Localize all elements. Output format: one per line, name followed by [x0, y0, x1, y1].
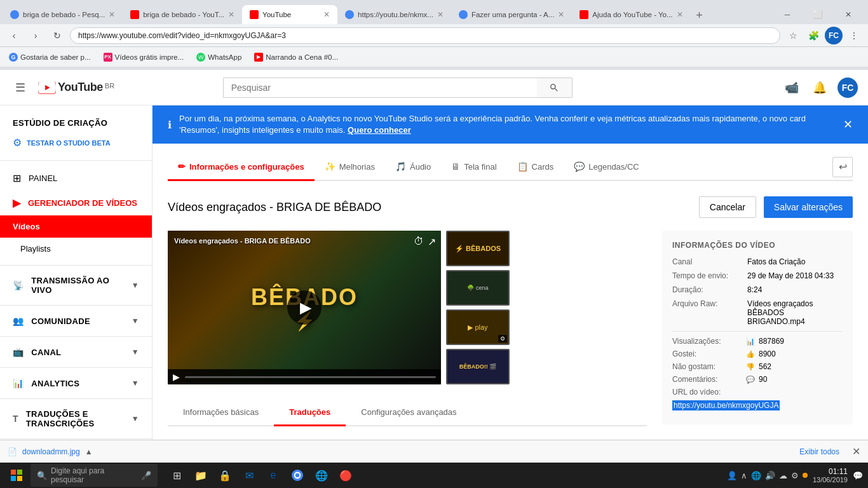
sidebar-item-painel[interactable]: ⊞ PAINEL	[0, 166, 152, 191]
start-button[interactable]	[5, 464, 28, 487]
download-file-item[interactable]: 📄 downloadmm.jpg ▲	[8, 447, 93, 456]
taskbar-email[interactable]: ✉	[238, 464, 261, 487]
thumbnail-2[interactable]: 🌳 cena	[446, 270, 510, 306]
sidebar-item-playlists[interactable]: Playlists	[0, 238, 152, 260]
video-timer-icon[interactable]: ⏱	[414, 236, 424, 248]
play-button[interactable]: ▶	[287, 290, 322, 325]
thumbnail-4[interactable]: BÊBADO!! 🎬	[446, 349, 510, 384]
tab-label-5: Fazer uma pergunta - A...	[471, 11, 554, 18]
thumbnail-1[interactable]: ⚡ BÊBADOS	[446, 231, 510, 266]
browser-tab-5[interactable]: Fazer uma pergunta - A... ✕	[451, 5, 572, 24]
taskbar-file-explorer[interactable]: 📁	[189, 464, 212, 487]
browser-tab-2[interactable]: briga de bebado - YouT... ✕	[123, 5, 242, 24]
tab-close-4[interactable]: ✕	[437, 10, 444, 19]
forward-button[interactable]: ›	[27, 27, 44, 44]
bookmark-2[interactable]: PX Vídeos grátis impre...	[100, 51, 188, 63]
youtube-logo[interactable]: YouTube BR	[38, 81, 114, 94]
sidebar-item-videos[interactable]: Vídeos	[0, 215, 152, 238]
stats-row-gostei: Gostei: 👍 8900	[672, 349, 843, 358]
download-expand-icon[interactable]: ▲	[85, 447, 93, 456]
new-tab-button[interactable]: +	[691, 6, 709, 24]
tab-close-3[interactable]: ✕	[323, 10, 330, 19]
banner-link[interactable]: Quero conhecer	[348, 125, 411, 135]
thumbnail-3[interactable]: ▶ play ⚙	[446, 309, 510, 345]
sidebar-section-comunidade[interactable]: 👥 COMUNIDADE ▼	[0, 311, 152, 331]
taskbar-search-box[interactable]: 🔍 Digite aqui para pesquisar 🎤	[31, 464, 158, 487]
show-all-downloads-button[interactable]: Exibir todos	[799, 447, 839, 456]
bookmark-1[interactable]: G Gostaria de saber p...	[5, 51, 95, 63]
taskbar-app2-icon[interactable]: ⚙	[791, 471, 799, 480]
upload-icon[interactable]: 📹	[782, 78, 802, 98]
maximize-button[interactable]: ⬜	[803, 5, 832, 24]
close-window-button[interactable]: ✕	[834, 5, 863, 24]
banner-close-button[interactable]: ✕	[843, 118, 853, 132]
taskbar-app-lock[interactable]: 🔒	[214, 464, 236, 487]
tab-info[interactable]: ✏ Informações e configurações	[168, 154, 315, 181]
taskbar-app-extra[interactable]: 🔴	[334, 464, 357, 487]
bottom-tab-traducoes[interactable]: Traduções	[274, 400, 346, 426]
notifications-icon[interactable]: 🔔	[810, 78, 830, 98]
user-avatar[interactable]: FC	[837, 78, 858, 98]
taskbar-cloud-icon[interactable]: ☁	[779, 471, 787, 480]
tab-tela-final-icon: 🖥	[451, 161, 460, 172]
sidebar-section-traducoes[interactable]: T TRADUÇÕES E TRANSCRIÇÕES ▼	[0, 404, 152, 433]
hamburger-menu-icon[interactable]: ☰	[10, 76, 31, 100]
sidebar-section-analytics[interactable]: 📊 ANALYTICS ▼	[0, 373, 152, 393]
sidebar-divider-1	[0, 160, 152, 161]
minimize-button[interactable]: ─	[773, 5, 802, 24]
tab-melhorias[interactable]: ✨ Melhorias	[315, 154, 385, 181]
editor-back-button[interactable]: ↩	[832, 157, 853, 177]
sidebar-divider-6	[0, 398, 152, 399]
tab-tela-final[interactable]: 🖥 Tela final	[441, 154, 506, 181]
url-value[interactable]: https://youtu.be/nkmxgoyUGJA	[672, 400, 780, 410]
video-share-icon[interactable]: ↗	[428, 236, 436, 248]
profile-button[interactable]: FC	[825, 27, 843, 44]
taskbar-ie2[interactable]: 🌐	[310, 464, 333, 487]
tab-audio[interactable]: 🎵 Áudio	[385, 154, 441, 181]
download-bar: 📄 downloadmm.jpg ▲ Exibir todos ✕	[0, 440, 868, 463]
taskbar-task-view[interactable]: ⊞	[165, 464, 188, 487]
taskbar-volume-icon[interactable]: 🔊	[765, 471, 775, 480]
search-input[interactable]	[223, 78, 537, 98]
taskbar-network-icon[interactable]: 🌐	[751, 471, 761, 480]
bookmark-4[interactable]: ▶ Narrando a Cena #0...	[250, 51, 342, 63]
address-input[interactable]	[70, 27, 780, 44]
bookmark-star-button[interactable]: ☆	[784, 27, 802, 44]
refresh-button[interactable]: ↻	[48, 27, 66, 44]
sidebar-item-gerenciador[interactable]: ▶ GERENCIADOR DE VÍDEOS	[0, 191, 152, 215]
tab-close-5[interactable]: ✕	[558, 10, 564, 19]
browser-tab-1[interactable]: briga de bebado - Pesq... ✕	[3, 5, 123, 24]
video-progress-bar[interactable]	[185, 376, 436, 378]
taskbar-chrome[interactable]	[286, 464, 309, 487]
bookmark-3[interactable]: W WhatsApp	[193, 51, 245, 63]
tab-close-6[interactable]: ✕	[677, 10, 683, 19]
browser-tab-4[interactable]: https://youtu.be/nkmx... ✕	[337, 5, 451, 24]
save-button[interactable]: Salvar alterações	[764, 196, 853, 218]
extensions-button[interactable]: 🧩	[804, 27, 822, 44]
taskbar-clock[interactable]: 01:11 13/06/2019	[813, 467, 848, 484]
tab-close-1[interactable]: ✕	[109, 10, 115, 19]
sidebar-item-gerenciador-label: GERENCIADOR DE VÍDEOS	[28, 198, 137, 208]
gostei-bar-icon: 👍	[746, 350, 755, 358]
menu-button[interactable]: ⋮	[845, 27, 863, 44]
notification-center-icon[interactable]: 💬	[853, 471, 863, 480]
sidebar-section-canal[interactable]: 📺 CANAL ▼	[0, 342, 152, 362]
bottom-tab-basicas[interactable]: Informações básicas	[168, 400, 274, 426]
back-button[interactable]: ‹	[5, 27, 23, 44]
download-bar-close-button[interactable]: ✕	[852, 445, 860, 458]
cancel-button[interactable]: Cancelar	[699, 196, 756, 218]
taskbar-chevron-icon[interactable]: ∧	[741, 471, 747, 480]
search-button[interactable]	[537, 78, 573, 98]
browser-tab-3[interactable]: YouTube ✕	[242, 5, 337, 24]
video-play-control-icon[interactable]: ▶	[173, 372, 180, 382]
tab-close-2[interactable]: ✕	[228, 10, 234, 19]
test-beta-button[interactable]: ⚙ TESTAR O STUDIO BETA	[10, 133, 142, 152]
youtube-header: ☰ YouTube BR 📹 🔔 FC	[0, 70, 868, 105]
taskbar-people-icon[interactable]: 👤	[727, 471, 737, 480]
tab-legendas[interactable]: 💬 Legendas/CC	[564, 154, 649, 181]
taskbar-ie[interactable]: e	[262, 464, 285, 487]
browser-tab-6[interactable]: Ajuda do YouTube - Yo... ✕	[572, 5, 690, 24]
tab-cards[interactable]: 📋 Cards	[507, 154, 564, 181]
sidebar-section-transmissao[interactable]: 📡 TRANSMISSÃO AO VIVO ▼	[0, 271, 152, 300]
bottom-tab-avancadas[interactable]: Configurações avançadas	[346, 400, 471, 426]
